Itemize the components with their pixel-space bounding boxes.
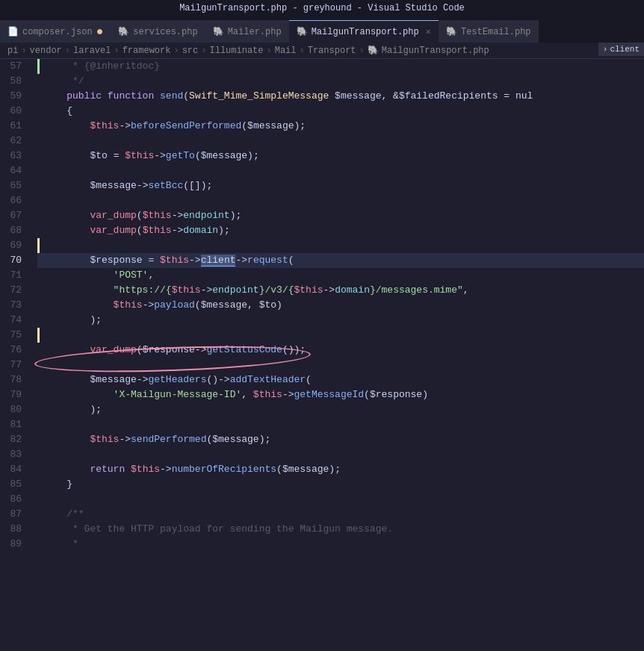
code-line-76: var_dump($response->getStatusCode()); [37, 343, 644, 358]
code-line-80: ); [37, 402, 644, 417]
breadcrumb-part[interactable]: Illuminate [209, 46, 263, 56]
tab-label: services.php [133, 27, 197, 37]
collapsed-panel-btn[interactable]: › client [598, 43, 644, 56]
code-line-65: $message->setBcc([]); [37, 178, 644, 193]
code-line-64 [37, 163, 644, 178]
code-line-70: $response = $this->client->request( [37, 253, 644, 268]
code-line-85: } [37, 477, 644, 492]
breadcrumb-part[interactable]: framework [123, 46, 171, 56]
tab-close-icon[interactable]: ✕ [426, 26, 431, 37]
breadcrumb: pi › vendor › laravel › framework › src … [0, 43, 644, 59]
breadcrumb-part[interactable]: pi [7, 46, 18, 56]
breadcrumb-part[interactable]: Transport [308, 46, 356, 56]
code-line-87: /** [37, 507, 644, 522]
code-line-57: * {@inheritdoc} [37, 59, 644, 74]
breadcrumb-part[interactable]: laravel [73, 46, 111, 56]
tab-services[interactable]: 🐘 services.php [111, 20, 205, 43]
code-line-79: 'X-Mailgun-Message-ID', $this->getMessag… [37, 387, 644, 402]
code-line-89: * [37, 537, 644, 552]
tab-icon: 🐘 [297, 26, 308, 37]
tab-mailer[interactable]: 🐘 Mailer.php [205, 20, 289, 43]
tab-modified-dot: ● [96, 26, 104, 38]
code-content[interactable]: * {@inheritdoc} */ public function send(… [34, 59, 644, 651]
line-numbers: 57 58 59 60 61 62 63 64 65 66 67 68 69 7… [0, 59, 34, 651]
title-bar: MailgunTransport.php - greyhound - Visua… [0, 0, 644, 16]
breadcrumb-part[interactable]: Mail [275, 46, 297, 56]
code-line-59: public function send(Swift_Mime_SimpleMe… [37, 89, 644, 104]
code-line-66 [37, 193, 644, 208]
code-line-88: * Get the HTTP payload for sending the M… [37, 522, 644, 537]
code-line-74: ); [37, 313, 644, 328]
tab-label: TestEmail.php [461, 27, 531, 37]
code-line-63: $to = $this->getTo($message); [37, 149, 644, 163]
breadcrumb-part[interactable]: vendor [30, 46, 62, 56]
code-line-69 [37, 238, 644, 253]
tab-label: Mailer.php [228, 27, 282, 37]
code-line-81 [37, 417, 644, 432]
tab-mailgun[interactable]: 🐘 MailgunTransport.php ✕ [289, 20, 439, 43]
code-line-77 [37, 358, 644, 373]
code-line-62 [37, 134, 644, 149]
tab-icon: 🐘 [213, 26, 224, 37]
tab-composer[interactable]: 📄 composer.json ● [0, 20, 111, 43]
panel-label: client [610, 45, 640, 54]
code-line-73: $this->payload($message, $to) [37, 298, 644, 313]
tab-bar: 📄 composer.json ● 🐘 services.php 🐘 Maile… [0, 16, 644, 43]
code-line-75 [37, 328, 644, 343]
tab-testemail[interactable]: 🐘 TestEmail.php [439, 20, 539, 43]
code-line-68: var_dump($this->domain); [37, 223, 644, 238]
tab-icon: 📄 [7, 26, 19, 37]
breadcrumb-current-file[interactable]: MailgunTransport.php [382, 46, 489, 56]
code-line-72: "https://{$this->endpoint}/v3/{$this->do… [37, 283, 644, 298]
code-line-67: var_dump($this->endpoint); [37, 208, 644, 223]
breadcrumb-part[interactable]: src [182, 46, 199, 56]
tab-icon: 🐘 [446, 26, 457, 37]
code-line-82: $this->sendPerformed($message); [37, 432, 644, 447]
tab-label: composer.json [22, 27, 93, 37]
tab-icon: 🐘 [118, 26, 129, 37]
code-line-60: { [37, 104, 644, 119]
code-line-84: return $this->numberOfRecipients($messag… [37, 462, 644, 477]
code-line-83 [37, 447, 644, 462]
tab-label: MailgunTransport.php [312, 27, 419, 37]
code-line-71: 'POST', [37, 268, 644, 283]
code-line-61: $this->beforeSendPerformed($message); [37, 119, 644, 134]
code-line-78: $message->getHeaders()->addTextHeader( [37, 373, 644, 387]
code-line-58: */ [37, 74, 644, 89]
title-text: MailgunTransport.php - greyhound - Visua… [179, 3, 465, 13]
code-line-86 [37, 492, 644, 507]
code-area: 57 58 59 60 61 62 63 64 65 66 67 68 69 7… [0, 59, 644, 651]
